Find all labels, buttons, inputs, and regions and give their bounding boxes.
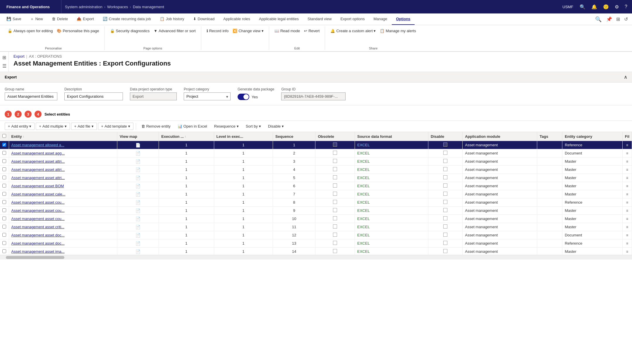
col-obsolete[interactable]: Obsolete bbox=[315, 132, 355, 141]
row-filter[interactable]: ≡ bbox=[622, 198, 632, 207]
row-disable[interactable] bbox=[428, 207, 463, 215]
col-sequence[interactable]: Sequence bbox=[273, 132, 315, 141]
export-section-header[interactable]: Export ∧ bbox=[0, 72, 632, 83]
row-view-map[interactable]: 📄 bbox=[117, 248, 159, 255]
project-category-select[interactable]: Project bbox=[184, 92, 231, 100]
row-view-map[interactable]: 📄 bbox=[117, 207, 159, 215]
disable-checkbox[interactable] bbox=[443, 142, 447, 147]
row-obsolete[interactable] bbox=[315, 239, 355, 248]
row-filter[interactable]: ≡ bbox=[622, 215, 632, 223]
tab-export[interactable]: 📤 Export bbox=[73, 13, 98, 25]
smiley-icon[interactable]: 🙂 bbox=[601, 4, 611, 10]
obsolete-checkbox[interactable] bbox=[333, 224, 337, 229]
obsolete-checkbox[interactable] bbox=[333, 208, 337, 212]
scrollbar-thumb[interactable] bbox=[6, 256, 64, 259]
obsolete-checkbox[interactable] bbox=[333, 192, 337, 196]
col-check[interactable] bbox=[0, 132, 9, 141]
row-view-map[interactable]: 📄 bbox=[117, 239, 159, 248]
row-disable[interactable] bbox=[428, 174, 463, 182]
row-obsolete[interactable] bbox=[315, 157, 355, 166]
settings-icon[interactable]: ⚙ bbox=[613, 4, 621, 10]
change-view[interactable]: 🔀 Change view ▾ bbox=[231, 28, 265, 34]
row-view-map[interactable]: 📄 bbox=[117, 149, 159, 157]
row-entity[interactable]: Asset management allowed a... bbox=[9, 141, 117, 149]
row-checkbox[interactable] bbox=[2, 249, 6, 253]
disable-checkbox[interactable] bbox=[443, 249, 447, 253]
row-obsolete[interactable] bbox=[315, 248, 355, 255]
search-icon[interactable]: 🔍 bbox=[578, 4, 587, 10]
group-name-input[interactable] bbox=[5, 92, 57, 100]
row-obsolete[interactable] bbox=[315, 174, 355, 182]
create-alert[interactable]: 🔔 Create a custom alert ▾ bbox=[329, 28, 377, 34]
personalise-page[interactable]: 🎨 Personalise this page bbox=[55, 28, 101, 34]
obsolete-checkbox[interactable] bbox=[333, 233, 337, 237]
obsolete-checkbox[interactable] bbox=[333, 241, 337, 245]
disable-checkbox[interactable] bbox=[443, 200, 447, 204]
tab-create-recurring[interactable]: 🔄 Create recurring data job bbox=[99, 13, 155, 25]
remove-entity-button[interactable]: 🗑 Remove entity bbox=[138, 123, 174, 130]
row-disable[interactable] bbox=[428, 215, 463, 223]
row-checkbox-cell[interactable] bbox=[0, 174, 9, 182]
row-checkbox-cell[interactable] bbox=[0, 198, 9, 207]
horizontal-scrollbar[interactable] bbox=[0, 255, 632, 260]
row-checkbox[interactable] bbox=[2, 241, 6, 245]
manage-alerts[interactable]: 📋 Manage my alerts bbox=[378, 28, 418, 34]
row-entity[interactable]: Asset management asset agg... bbox=[9, 149, 117, 157]
col-view-map[interactable]: View map bbox=[117, 132, 159, 141]
row-entity[interactable]: Asset management asset BOM bbox=[9, 182, 117, 190]
sidebar-menu-icon[interactable]: ☰ bbox=[2, 63, 6, 69]
row-obsolete[interactable] bbox=[315, 231, 355, 239]
row-checkbox-cell[interactable] bbox=[0, 207, 9, 215]
pin-icon[interactable]: 📌 bbox=[604, 16, 614, 22]
row-obsolete[interactable] bbox=[315, 141, 355, 149]
add-template-button[interactable]: + Add template ▾ bbox=[98, 123, 133, 130]
col-entity-category[interactable]: Entity category bbox=[562, 132, 623, 141]
expand-icon[interactable]: ⊞ bbox=[614, 16, 622, 22]
row-disable[interactable] bbox=[428, 157, 463, 166]
notification-icon[interactable]: 🔔 bbox=[590, 4, 599, 10]
row-view-map[interactable]: 📄 bbox=[117, 198, 159, 207]
row-filter[interactable]: ≡ bbox=[622, 190, 632, 198]
row-disable[interactable] bbox=[428, 248, 463, 255]
disable-button[interactable]: Disable ▾ bbox=[265, 123, 287, 130]
row-checkbox-cell[interactable] bbox=[0, 223, 9, 231]
row-disable[interactable] bbox=[428, 190, 463, 198]
col-entity[interactable]: Entity ↕ bbox=[9, 132, 117, 141]
row-filter[interactable]: ≡ bbox=[622, 231, 632, 239]
row-entity[interactable]: Asset management asset doc... bbox=[9, 239, 117, 248]
row-view-map[interactable]: 📄 bbox=[117, 157, 159, 166]
collapse-icon[interactable]: ∧ bbox=[624, 74, 627, 80]
row-entity[interactable]: Asset management asset cou... bbox=[9, 198, 117, 207]
disable-checkbox[interactable] bbox=[443, 175, 447, 179]
obsolete-checkbox[interactable] bbox=[333, 183, 337, 188]
disable-checkbox[interactable] bbox=[443, 224, 447, 229]
row-filter[interactable]: ≡ bbox=[622, 207, 632, 215]
row-view-map[interactable]: 📄 bbox=[117, 182, 159, 190]
obsolete-checkbox[interactable] bbox=[333, 200, 337, 204]
row-entity[interactable]: Asset management asset doc... bbox=[9, 231, 117, 239]
col-disable[interactable]: Disable bbox=[428, 132, 463, 141]
row-checkbox[interactable] bbox=[2, 225, 6, 229]
col-tags[interactable]: Tags bbox=[537, 132, 562, 141]
row-obsolete[interactable] bbox=[315, 190, 355, 198]
col-filter[interactable]: Fil bbox=[622, 132, 632, 141]
add-multiple-button[interactable]: + Add multiple ▾ bbox=[36, 123, 70, 130]
tab-applicable-legal[interactable]: Applicable legal entities bbox=[255, 13, 303, 25]
select-all-checkbox[interactable] bbox=[2, 134, 6, 138]
tab-applicable-roles[interactable]: Applicable roles bbox=[219, 13, 254, 25]
row-obsolete[interactable] bbox=[315, 223, 355, 231]
row-filter[interactable]: ≡ bbox=[622, 141, 632, 149]
breadcrumb-export[interactable]: Export bbox=[13, 54, 25, 59]
row-obsolete[interactable] bbox=[315, 149, 355, 157]
row-checkbox-cell[interactable] bbox=[0, 215, 9, 223]
row-filter[interactable]: ≡ bbox=[622, 149, 632, 157]
row-disable[interactable] bbox=[428, 231, 463, 239]
disable-checkbox[interactable] bbox=[443, 167, 447, 171]
record-info[interactable]: ℹ Record info bbox=[205, 28, 230, 34]
row-entity[interactable]: Asset management asset cou... bbox=[9, 215, 117, 223]
row-checkbox[interactable] bbox=[2, 143, 6, 147]
row-disable[interactable] bbox=[428, 198, 463, 207]
row-obsolete[interactable] bbox=[315, 198, 355, 207]
row-entity[interactable]: Asset management asset cou... bbox=[9, 207, 117, 215]
row-obsolete[interactable] bbox=[315, 215, 355, 223]
